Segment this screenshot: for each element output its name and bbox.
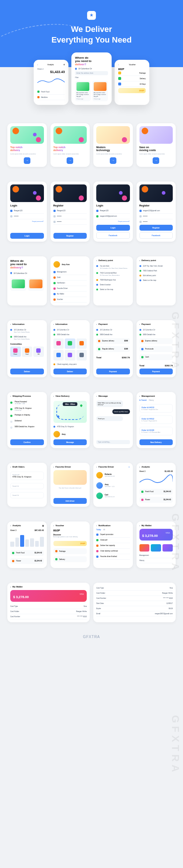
password-field[interactable]: ••••••••	[10, 214, 44, 219]
password-field[interactable]: ••••••••	[139, 214, 173, 219]
back-icon[interactable]: ‹	[139, 524, 140, 527]
payment-option[interactable]: Express delivery$299	[96, 338, 130, 344]
back-icon[interactable]: ‹	[10, 586, 11, 588]
tab-all[interactable]: All	[103, 529, 105, 531]
location-item[interactable]: 7953 Oakland Park	[139, 268, 173, 273]
analytic-row[interactable]: Fresh Food$1,344.43	[139, 489, 173, 495]
back-icon[interactable]: ‹	[96, 466, 97, 468]
deliver-button[interactable]: Deliver	[10, 369, 44, 374]
next-button[interactable]: →	[24, 157, 30, 164]
promo-card[interactable]	[28, 278, 44, 291]
add-icon[interactable]: +	[128, 466, 130, 468]
order-item[interactable]: Order Id 44213In Transit • Departed 12m	[139, 404, 173, 413]
commodity-item[interactable]	[65, 338, 75, 349]
filter-label[interactable]: Filter	[75, 77, 108, 78]
edit-point[interactable]: Edit delivery point	[139, 273, 173, 278]
back-icon[interactable]: ‹	[10, 466, 11, 468]
back-icon[interactable]: ‹	[96, 259, 97, 261]
mini-card[interactable]	[151, 544, 161, 552]
voucher-item[interactable]: Delivery	[118, 76, 146, 81]
facebook-button[interactable]: Facebook	[96, 232, 130, 239]
back-icon[interactable]: ‹	[53, 524, 54, 527]
voucher-item[interactable]: Delivery	[53, 556, 87, 562]
location-item[interactable]: 7508 Washington Ave	[96, 278, 130, 282]
location-item[interactable]: You are here10 Columbus Cir, New York, U…	[96, 264, 130, 271]
address-input[interactable]: Enter the address here	[75, 71, 108, 75]
mini-card[interactable]	[139, 544, 150, 552]
promo-card[interactable]: Accumulate coins full of bags receive bi…	[92, 81, 108, 101]
commodity-item[interactable]	[53, 338, 64, 349]
location-item[interactable]: 7415 Commercial BlvdDr Clemente Viva, Am…	[96, 271, 130, 278]
order-item[interactable]: Order Id 44512In Transit • Expected 1h	[139, 415, 173, 424]
back-icon[interactable]: ‹	[10, 524, 11, 527]
filter-icon[interactable]: ⚙	[63, 63, 65, 66]
next-button[interactable]: →	[153, 157, 159, 164]
back-icon[interactable]: ‹	[37, 63, 38, 66]
wallet-menu[interactable]: History	[139, 558, 173, 563]
notification-item[interactable]: Superb promotion	[96, 532, 130, 538]
menu-item[interactable]: Management	[53, 270, 87, 275]
back-icon[interactable]: ‹	[139, 323, 140, 325]
payment-option[interactable]: Regular delivery$199	[96, 346, 130, 352]
voucher-item[interactable]: Package	[118, 70, 146, 76]
commodity-item[interactable]	[76, 350, 87, 360]
select-map[interactable]: Select on the map	[96, 287, 130, 292]
commodity-item[interactable]	[76, 338, 87, 349]
promo-card[interactable]	[10, 278, 26, 291]
back-icon[interactable]: ‹	[53, 395, 54, 397]
email-field[interactable]: Reagan123	[10, 208, 44, 214]
draft-item[interactable]: Saved 12h4755 Gray St. Kingston	[10, 472, 44, 480]
email-full-field[interactable]: reagan123@gmail.com	[96, 214, 130, 219]
detect-location[interactable]: Detect location	[96, 282, 130, 287]
current-location[interactable]: 10 Columbus Cir	[10, 272, 44, 274]
forgot-link[interactable]: Forgot password?	[10, 220, 44, 222]
back-icon[interactable]: ‹	[10, 323, 11, 325]
credit-card[interactable]: VISA $ 3,278.00	[139, 529, 173, 541]
menu-item[interactable]: Voucher	[53, 297, 87, 303]
location-item[interactable]: 2147 Ny, New York, Amster	[139, 264, 173, 268]
new-delivery-button[interactable]: New Delivery	[139, 439, 173, 445]
commodity-item[interactable]: Flower	[10, 347, 21, 357]
promo-card[interactable]: Accumulate coins full of bags receive bi…	[75, 81, 91, 101]
tab-transit[interactable]: In Transit	[139, 399, 147, 401]
promo-input[interactable]: Promocode	[139, 346, 173, 352]
back-icon[interactable]: ‹	[139, 395, 140, 397]
email-field[interactable]: reagan123@gmail.com	[139, 208, 173, 214]
login-button[interactable]: Login	[10, 233, 44, 239]
register-button[interactable]: Register	[53, 233, 87, 239]
select-map[interactable]: Select on the map	[139, 278, 173, 283]
payment-option[interactable]: Express delivery	[139, 338, 173, 344]
forgot-link[interactable]: Forgot password?	[96, 220, 130, 222]
order-item[interactable]: Order Id 44100In Transit • 5 Pt Pleasant…	[139, 427, 173, 435]
add-driver-button[interactable]: Add driver	[53, 498, 87, 504]
tab-history[interactable]: History	[149, 399, 154, 401]
commodity-item[interactable]	[65, 350, 75, 360]
driver-row[interactable]: Amy	[53, 429, 87, 439]
tab-today[interactable]: Today	[96, 529, 101, 531]
wallet-menu[interactable]: Management	[139, 553, 173, 558]
notification-item[interactable]: Deliver fast capacity	[96, 543, 130, 549]
register-button[interactable]: Register	[139, 225, 173, 231]
menu-item[interactable]: Draft	[53, 275, 87, 281]
notification-item[interactable]: Order identity confirmed	[96, 549, 130, 554]
confirm-button[interactable]: Confirm	[10, 439, 44, 445]
filter-icon[interactable]: ⚙	[42, 524, 44, 527]
next-button[interactable]: →	[67, 157, 73, 164]
notification-item[interactable]: Favorite driver finished	[96, 554, 130, 560]
draft-item[interactable]: Saved 2d	[10, 492, 44, 498]
payment-button[interactable]: Payment	[139, 369, 173, 374]
email-field[interactable]: Reagan123	[96, 208, 130, 214]
commodity-item[interactable]	[53, 350, 64, 360]
back-icon[interactable]: ‹	[10, 395, 11, 397]
driver-item[interactable]: Roberto★★★★★ 4.8	[96, 470, 130, 480]
note-row[interactable]: Check regularly, drop point	[53, 362, 87, 367]
analytic-item[interactable]: Fresh Food	[37, 89, 65, 95]
back-icon[interactable]: ‹	[96, 395, 97, 397]
deliver-button[interactable]: Deliver	[53, 369, 87, 374]
voucher-item[interactable]: Package	[53, 548, 87, 554]
analytic-row[interactable]: Fresh Food$1,344.43	[10, 550, 44, 556]
credit-card[interactable]: VISA $ 3,278.00	[10, 590, 87, 602]
analytic-item[interactable]: Medicine	[37, 95, 65, 100]
driver-item[interactable]: Carl★★★★★ 4.9	[96, 491, 130, 501]
menu-item[interactable]: My Wallet	[53, 292, 87, 297]
